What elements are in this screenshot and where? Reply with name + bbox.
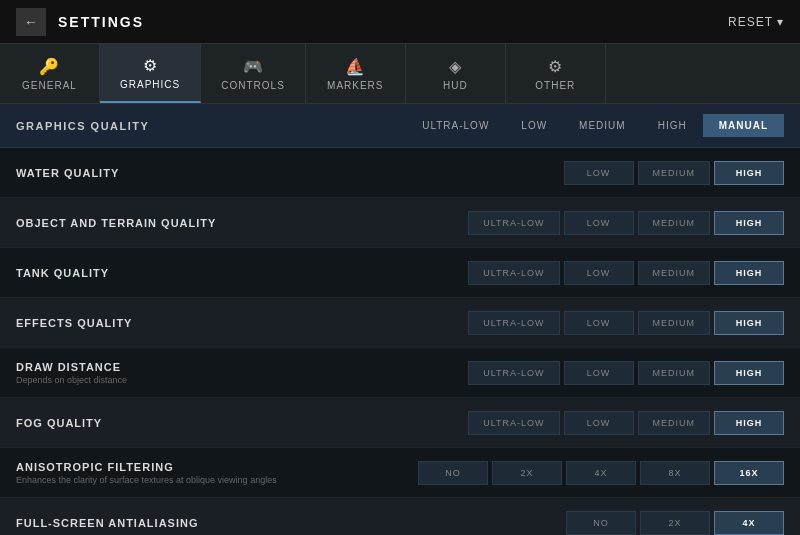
setting-draw-distance-option-low[interactable]: LOW [564,361,634,385]
setting-label-water-quality: WATER QUALITY [16,167,564,179]
setting-label-group-draw-distance: DRAW DISTANCEDepends on object distance [16,361,468,385]
setting-tank-quality-option-ultra-low[interactable]: ULTRA-LOW [468,261,559,285]
reset-button[interactable]: RESET ▾ [728,15,784,29]
setting-object-terrain-quality-option-ultra-low[interactable]: ULTRA-LOW [468,211,559,235]
setting-row-fullscreen-antialiasing: FULL-SCREEN ANTIALIASINGNO2X4X [0,498,800,535]
setting-effects-quality-option-high[interactable]: HIGH [714,311,784,335]
setting-fog-quality-option-ultra-low[interactable]: ULTRA-LOW [468,411,559,435]
tab-hud[interactable]: ◈ HUD [406,44,506,103]
tab-graphics[interactable]: ⚙ GRAPHICS [100,44,201,103]
header-left: ← SETTINGS [16,8,144,36]
quality-option-manual[interactable]: MANUAL [703,114,784,137]
setting-label-fog-quality: FOG QUALITY [16,417,468,429]
setting-anisotropic-filtering-option-4x[interactable]: 4X [566,461,636,485]
reset-label: RESET [728,15,773,29]
hud-tab-label: HUD [443,80,468,91]
setting-label-group-water-quality: WATER QUALITY [16,167,564,179]
setting-effects-quality-option-medium[interactable]: MEDIUM [638,311,711,335]
setting-row-anisotropic-filtering: ANISOTROPIC FILTERINGEnhances the clarit… [0,448,800,498]
setting-label-object-terrain-quality: OBJECT AND TERRAIN QUALITY [16,217,468,229]
setting-label-group-anisotropic-filtering: ANISOTROPIC FILTERINGEnhances the clarit… [16,461,418,485]
controls-tab-icon: 🎮 [243,57,264,76]
setting-row-effects-quality: EFFECTS QUALITYULTRA-LOWLOWMEDIUMHIGH [0,298,800,348]
setting-label-group-tank-quality: TANK QUALITY [16,267,468,279]
setting-tank-quality-option-high[interactable]: HIGH [714,261,784,285]
quality-option-medium[interactable]: MEDIUM [563,114,642,137]
setting-label-anisotropic-filtering: ANISOTROPIC FILTERING [16,461,418,473]
page-title: SETTINGS [58,14,144,30]
setting-water-quality-option-high[interactable]: HIGH [714,161,784,185]
quality-option-low[interactable]: LOW [505,114,563,137]
setting-label-group-fog-quality: FOG QUALITY [16,417,468,429]
setting-label-draw-distance: DRAW DISTANCE [16,361,468,373]
settings-rows: WATER QUALITYLOWMEDIUMHIGHOBJECT AND TER… [0,148,800,535]
back-icon: ← [24,14,38,30]
other-tab-label: OTHER [535,80,575,91]
tab-other[interactable]: ⚙ OTHER [506,44,606,103]
graphics-quality-label: GRAPHICS QUALITY [16,120,406,132]
graphics-quality-header: GRAPHICS QUALITY ULTRA-LOWLOWMEDIUMHIGHM… [0,104,800,148]
setting-options-water-quality: LOWMEDIUMHIGH [564,161,785,185]
back-button[interactable]: ← [16,8,46,36]
header: ← SETTINGS RESET ▾ [0,0,800,44]
settings-content: GRAPHICS QUALITY ULTRA-LOWLOWMEDIUMHIGHM… [0,104,800,535]
setting-options-anisotropic-filtering: NO2X4X8X16X [418,461,784,485]
setting-row-draw-distance: DRAW DISTANCEDepends on object distanceU… [0,348,800,398]
quality-option-ultralow[interactable]: ULTRA-LOW [406,114,505,137]
quality-options: ULTRA-LOWLOWMEDIUMHIGHMANUAL [406,114,784,137]
setting-effects-quality-option-ultra-low[interactable]: ULTRA-LOW [468,311,559,335]
setting-label-group-fullscreen-antialiasing: FULL-SCREEN ANTIALIASING [16,517,566,529]
setting-label-effects-quality: EFFECTS QUALITY [16,317,468,329]
setting-anisotropic-filtering-option-16x[interactable]: 16X [714,461,784,485]
setting-options-object-terrain-quality: ULTRA-LOWLOWMEDIUMHIGH [468,211,784,235]
general-tab-icon: 🔑 [39,57,60,76]
setting-row-tank-quality: TANK QUALITYULTRA-LOWLOWMEDIUMHIGH [0,248,800,298]
setting-tank-quality-option-low[interactable]: LOW [564,261,634,285]
setting-draw-distance-option-ultra-low[interactable]: ULTRA-LOW [468,361,559,385]
setting-draw-distance-option-medium[interactable]: MEDIUM [638,361,711,385]
tab-controls[interactable]: 🎮 CONTROLS [201,44,306,103]
setting-anisotropic-filtering-option-no[interactable]: NO [418,461,488,485]
setting-label-tank-quality: TANK QUALITY [16,267,468,279]
setting-fullscreen-antialiasing-option-4x[interactable]: 4X [714,511,784,535]
reset-arrow-icon: ▾ [777,15,784,29]
setting-options-draw-distance: ULTRA-LOWLOWMEDIUMHIGH [468,361,784,385]
setting-draw-distance-option-high[interactable]: HIGH [714,361,784,385]
setting-object-terrain-quality-option-medium[interactable]: MEDIUM [638,211,711,235]
setting-options-effects-quality: ULTRA-LOWLOWMEDIUMHIGH [468,311,784,335]
setting-water-quality-option-medium[interactable]: MEDIUM [638,161,711,185]
tabs-bar: 🔑 GENERAL ⚙ GRAPHICS 🎮 CONTROLS ⛵ MARKER… [0,44,800,104]
tab-markers[interactable]: ⛵ MARKERS [306,44,406,103]
quality-option-high[interactable]: HIGH [642,114,703,137]
setting-fullscreen-antialiasing-option-no[interactable]: NO [566,511,636,535]
setting-object-terrain-quality-option-low[interactable]: LOW [564,211,634,235]
setting-row-object-terrain-quality: OBJECT AND TERRAIN QUALITYULTRA-LOWLOWME… [0,198,800,248]
controls-tab-label: CONTROLS [221,80,285,91]
setting-options-fullscreen-antialiasing: NO2X4X [566,511,784,535]
markers-tab-label: MARKERS [327,80,383,91]
other-tab-icon: ⚙ [548,57,563,76]
setting-effects-quality-option-low[interactable]: LOW [564,311,634,335]
markers-tab-icon: ⛵ [345,57,366,76]
graphics-tab-icon: ⚙ [143,56,158,75]
setting-sublabel-draw-distance: Depends on object distance [16,375,468,385]
tab-general[interactable]: 🔑 GENERAL [0,44,100,103]
setting-label-group-object-terrain-quality: OBJECT AND TERRAIN QUALITY [16,217,468,229]
setting-fog-quality-option-medium[interactable]: MEDIUM [638,411,711,435]
setting-fog-quality-option-high[interactable]: HIGH [714,411,784,435]
setting-options-tank-quality: ULTRA-LOWLOWMEDIUMHIGH [468,261,784,285]
hud-tab-icon: ◈ [449,57,462,76]
setting-anisotropic-filtering-option-8x[interactable]: 8X [640,461,710,485]
setting-fullscreen-antialiasing-option-2x[interactable]: 2X [640,511,710,535]
setting-anisotropic-filtering-option-2x[interactable]: 2X [492,461,562,485]
setting-fog-quality-option-low[interactable]: LOW [564,411,634,435]
setting-tank-quality-option-medium[interactable]: MEDIUM [638,261,711,285]
setting-label-fullscreen-antialiasing: FULL-SCREEN ANTIALIASING [16,517,566,529]
setting-object-terrain-quality-option-high[interactable]: HIGH [714,211,784,235]
setting-water-quality-option-low[interactable]: LOW [564,161,634,185]
setting-sublabel-anisotropic-filtering: Enhances the clarity of surface textures… [16,475,418,485]
setting-options-fog-quality: ULTRA-LOWLOWMEDIUMHIGH [468,411,784,435]
general-tab-label: GENERAL [22,80,77,91]
graphics-tab-label: GRAPHICS [120,79,180,90]
setting-row-fog-quality: FOG QUALITYULTRA-LOWLOWMEDIUMHIGH [0,398,800,448]
